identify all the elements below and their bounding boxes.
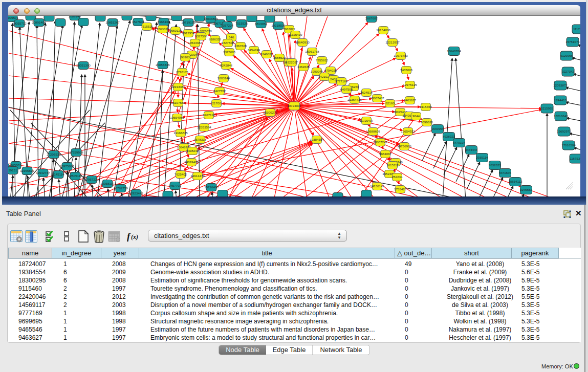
svg-text:12942737: 12942737: [36, 171, 50, 174]
svg-text:8938923: 8938923: [443, 135, 455, 138]
svg-text:9245652: 9245652: [520, 188, 533, 191]
svg-text:8813054: 8813054: [255, 22, 268, 26]
svg-text:9327508: 9327508: [222, 41, 234, 45]
svg-text:16154808: 16154808: [376, 28, 390, 32]
svg-text:19756928: 19756928: [397, 144, 411, 148]
svg-text:8912954: 8912954: [182, 31, 195, 35]
svg-text:39151: 39151: [8, 168, 17, 172]
svg-text:10973483: 10973483: [394, 54, 408, 57]
svg-text:252234: 252234: [392, 175, 403, 179]
svg-text:1640954: 1640954: [431, 127, 444, 130]
svg-text:5498242: 5498242: [186, 149, 199, 152]
svg-text:6497508: 6497508: [340, 87, 353, 91]
svg-text:1362635: 1362635: [297, 65, 310, 69]
svg-text:9327508: 9327508: [195, 34, 208, 38]
svg-text:21700: 21700: [212, 101, 221, 105]
svg-text:6966160: 6966160: [158, 20, 170, 24]
svg-text:1167534: 1167534: [570, 157, 580, 160]
svg-text:14914479: 14914479: [190, 174, 205, 178]
svg-text:15751074: 15751074: [565, 40, 580, 43]
svg-text:7357224: 7357224: [221, 24, 234, 27]
svg-text:20891406: 20891406: [32, 20, 46, 24]
svg-text:98903: 98903: [181, 55, 190, 59]
svg-text:12353594: 12353594: [197, 125, 211, 129]
svg-text:9227342: 9227342: [562, 70, 575, 73]
svg-text:8186328: 8186328: [209, 37, 222, 41]
svg-text:19055712: 19055712: [12, 21, 27, 25]
svg-text:19166825: 19166825: [173, 131, 188, 135]
svg-text:62160: 62160: [385, 101, 395, 105]
svg-text:11720407: 11720407: [359, 119, 374, 122]
svg-text:9660124: 9660124: [169, 29, 182, 32]
svg-text:9474444: 9474444: [465, 148, 478, 151]
svg-text:1905571: 1905571: [8, 16, 19, 19]
svg-text:15692971: 15692971: [557, 129, 571, 133]
svg-text:17016504: 17016504: [561, 143, 576, 147]
svg-text:12156829: 12156829: [20, 169, 34, 172]
svg-text:6794028: 6794028: [324, 69, 337, 72]
svg-text:16107552: 16107552: [171, 101, 185, 104]
svg-text:12923443: 12923443: [129, 191, 143, 195]
svg-text:2803144: 2803144: [217, 76, 230, 80]
svg-text:7485003: 7485003: [400, 68, 413, 72]
svg-text:546: 546: [229, 35, 234, 39]
svg-text:10853267: 10853267: [105, 20, 120, 24]
svg-text:16210643: 16210643: [554, 114, 568, 118]
svg-text:10654112: 10654112: [508, 180, 522, 183]
svg-text:19218506: 19218506: [271, 24, 286, 27]
svg-text:16782759: 16782759: [114, 186, 128, 190]
svg-text:1145114: 1145114: [52, 172, 64, 176]
svg-text:(x): (x): [131, 233, 138, 240]
svg-text:7515526: 7515526: [141, 25, 154, 28]
svg-text:2367608: 2367608: [234, 44, 247, 48]
svg-text:8454749: 8454749: [248, 48, 260, 52]
svg-text:8322037: 8322037: [286, 60, 298, 64]
svg-text:7625402: 7625402: [175, 172, 187, 176]
svg-text:111724: 111724: [573, 27, 580, 31]
svg-text:6479197: 6479197: [453, 141, 466, 144]
svg-text:3578332: 3578332: [194, 138, 207, 141]
svg-text:2935114: 2935114: [476, 156, 488, 159]
svg-text:1244413: 1244413: [554, 98, 567, 102]
svg-text:20051390: 20051390: [76, 63, 91, 67]
svg-text:10807487: 10807487: [370, 96, 384, 100]
svg-text:f: f: [127, 231, 131, 242]
svg-text:9129966: 9129966: [560, 54, 573, 57]
svg-text:11325419: 11325419: [288, 33, 302, 36]
svg-text:12505115: 12505115: [68, 174, 82, 178]
svg-text:9115460: 9115460: [420, 105, 432, 108]
svg-text:12213957: 12213957: [385, 40, 400, 44]
svg-text:2718176: 2718176: [176, 70, 189, 74]
svg-text:8427552: 8427552: [213, 89, 226, 93]
svg-text:7663822: 7663822: [157, 27, 169, 31]
svg-text:19654985: 19654985: [170, 116, 184, 119]
svg-text:10958107: 10958107: [100, 182, 115, 185]
svg-text:9463627: 9463627: [404, 98, 417, 102]
svg-text:10719155: 10719155: [181, 20, 195, 24]
svg-text:14136141: 14136141: [370, 184, 384, 188]
svg-text:9777169: 9777169: [335, 79, 348, 83]
svg-text:20206536: 20206536: [47, 152, 61, 156]
svg-text:8267110: 8267110: [203, 113, 215, 117]
svg-text:12093872: 12093872: [553, 83, 568, 87]
svg-text:21364436: 21364436: [347, 98, 362, 101]
svg-text:18724007: 18724007: [287, 104, 301, 107]
svg-text:10688609: 10688609: [366, 129, 380, 133]
svg-text:17957223: 17957223: [84, 178, 99, 181]
svg-text:17359928: 17359928: [69, 150, 83, 154]
svg-text:3215955: 3215955: [541, 106, 554, 110]
svg-text:18807249: 18807249: [373, 140, 387, 144]
svg-text:8471676: 8471676: [499, 171, 512, 174]
svg-text:20053346: 20053346: [156, 63, 170, 67]
svg-text:18640910: 18640910: [295, 40, 310, 44]
svg-text:9146821: 9146821: [260, 52, 273, 56]
svg-text:9242848: 9242848: [220, 63, 233, 67]
svg-text:15300275: 15300275: [263, 111, 277, 114]
svg-text:1588520: 1588520: [273, 56, 286, 59]
svg-text:2687682: 2687682: [365, 16, 378, 20]
svg-text:12975125: 12975125: [403, 83, 417, 86]
svg-text:14099489: 14099489: [184, 160, 199, 164]
svg-text:1615112: 1615112: [386, 163, 399, 167]
svg-text:7663822: 7663822: [283, 27, 296, 31]
svg-text:2089140: 2089140: [69, 16, 81, 18]
